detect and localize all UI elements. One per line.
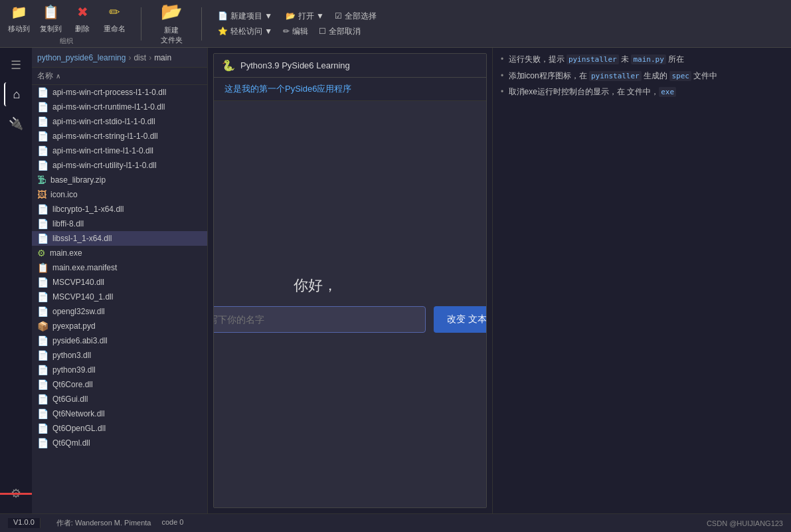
file-type-icon: 📋 (37, 262, 48, 273)
divider-1 (141, 7, 141, 41)
breadcrumb-sep-2: › (149, 53, 151, 62)
easy-access-icon: ⭐ (218, 27, 228, 36)
organize-label: 组织 (60, 37, 73, 46)
copy-button[interactable]: 📋 复制到 (37, 1, 64, 34)
sidebar-activity: ☰ ⌂ 🔌 ⚙ (0, 48, 32, 513)
file-name-label: main.exe (50, 248, 82, 258)
copy-icon: 📋 (40, 1, 61, 23)
file-item[interactable]: 📄python3.dll (32, 348, 207, 363)
file-list: 📄api-ms-win-crt-process-l1-1-0.dll📄api-m… (32, 85, 207, 513)
pyside-title-icon: 🐍 (222, 59, 235, 72)
code-spec: spec (669, 71, 691, 81)
file-item[interactable]: 📄libffi-8.dll (32, 217, 207, 231)
new-folder-group: 📂 新建文件夹 (155, 0, 188, 48)
file-item[interactable]: 📋main.exe.manifest (32, 260, 207, 275)
file-name-label: libssl-1_1-x64.dll (52, 234, 112, 243)
breadcrumb-sep-1: › (128, 53, 131, 62)
code-exe: exe (659, 87, 676, 97)
file-name-label: pyexpat.pyd (52, 321, 96, 331)
right-panel: • 运行失败，提示 pyinstaller 未 main.py 所在 • 添加i… (492, 48, 791, 513)
file-name-label: base_library.zip (50, 175, 106, 185)
file-operations-group: 📁 移动到 📋 复制到 ✖ 删除 ✏ 重命名 组织 (5, 1, 128, 46)
breadcrumb-dist[interactable]: dist (133, 53, 146, 62)
file-item[interactable]: 📄MSCVP140.dll (32, 275, 207, 290)
main-area: ☰ ⌂ 🔌 ⚙ python_pyside6_learning › dist ›… (0, 48, 791, 513)
pyside-body: 你好， 改变 文本 (214, 101, 486, 507)
file-type-icon: 📄 (37, 131, 48, 141)
file-item[interactable]: 📄libssl-1_1-x64.dll (32, 231, 207, 246)
file-type-icon: 📄 (37, 87, 48, 98)
file-item[interactable]: 📄api-ms-win-crt-utility-l1-1-0.dll (32, 158, 207, 173)
change-text-button[interactable]: 改变 文本 (434, 306, 487, 333)
sidebar-plugin-icon[interactable]: 🔌 (4, 112, 28, 135)
breadcrumb-current: main (154, 53, 171, 62)
file-type-icon: 📄 (37, 160, 48, 171)
file-type-icon: 📄 (37, 335, 48, 346)
pyside-titlebar: 🐍 Python3.9 PySide6 Learning (214, 54, 486, 78)
file-item[interactable]: 📄api-ms-win-crt-runtime-l1-1-0.dll (32, 100, 207, 114)
file-item[interactable]: 📄Qt6Core.dll (32, 377, 207, 392)
file-item[interactable]: ⚙main.exe (32, 246, 207, 260)
file-item[interactable]: 📄api-ms-win-crt-stdio-l1-1-0.dll (32, 114, 207, 129)
new-folder-icon: 📂 (158, 0, 185, 24)
open-button[interactable]: 📂 打开 ▼ (280, 10, 327, 23)
file-name-label: api-ms-win-crt-stdio-l1-1-0.dll (52, 117, 155, 126)
file-item[interactable]: 📄api-ms-win-crt-process-l1-1-0.dll (32, 85, 207, 100)
status-author: 作者: Wanderson M. Pimenta (56, 518, 151, 528)
file-item[interactable]: 📄Qt6Network.dll (32, 406, 207, 421)
file-type-icon: 📄 (37, 423, 48, 434)
file-item[interactable]: 📄MSCVP140_1.dll (32, 290, 207, 304)
new-item-button[interactable]: 📄 新建项目 ▼ (215, 10, 275, 23)
file-explorer: python_pyside6_learning › dist › main 名称… (32, 48, 208, 513)
file-name-label: libffi-8.dll (52, 219, 84, 228)
file-name-label: main.exe.manifest (52, 263, 117, 272)
name-input[interactable] (213, 306, 426, 333)
file-name-label: python3.dll (52, 351, 91, 360)
file-type-icon: 📄 (37, 292, 48, 302)
file-item[interactable]: 📄Qt6Qml.dll (32, 436, 207, 450)
file-name-label: pyside6.abi3.dll (52, 336, 108, 345)
file-type-icon: 📄 (37, 365, 48, 375)
file-name-label: MSCVP140_1.dll (52, 292, 113, 302)
move-icon: 📁 (8, 1, 29, 23)
file-type-icon: ⚙ (37, 248, 46, 258)
file-name-label: Qt6Core.dll (52, 380, 93, 389)
file-item[interactable]: 📄libcrypto-1_1-x64.dll (32, 202, 207, 217)
file-item[interactable]: 📄api-ms-win-crt-string-l1-1-0.dll (32, 129, 207, 143)
new-folder-button[interactable]: 📂 新建文件夹 (155, 0, 188, 45)
new-folder-label: 新建文件夹 (161, 25, 183, 45)
sidebar-menu-icon[interactable]: ☰ (4, 53, 28, 77)
note-3: • 取消exe运行时控制台的显示，在 文件中，exe (501, 86, 783, 98)
easy-access-button[interactable]: ⭐ 轻松访问 ▼ (215, 25, 275, 38)
file-type-icon: 📄 (37, 394, 48, 404)
file-type-icon: 📄 (37, 116, 48, 127)
delete-button[interactable]: ✖ 删除 (69, 1, 96, 34)
bullet-3: • (501, 87, 503, 96)
file-item[interactable]: 📄python39.dll (32, 363, 207, 377)
move-button[interactable]: 📁 移动到 (5, 1, 32, 34)
file-type-icon: 📄 (37, 306, 48, 317)
file-type-icon: 📄 (37, 350, 48, 361)
file-name-label: Qt6Qml.dll (52, 438, 90, 448)
file-item[interactable]: 📄Qt6OpenGL.dll (32, 421, 207, 436)
file-item[interactable]: 🖼icon.ico (32, 187, 207, 202)
file-name-label: opengl32sw.dll (52, 307, 105, 316)
file-item[interactable]: 📄pyside6.abi3.dll (32, 333, 207, 348)
file-item[interactable]: 📦pyexpat.pyd (32, 319, 207, 333)
file-type-icon: 📄 (37, 233, 48, 244)
file-item[interactable]: 📄api-ms-win-crt-time-l1-1-0.dll (32, 143, 207, 158)
edit-button[interactable]: ✏ 编辑 (280, 25, 311, 38)
rename-button[interactable]: ✏ 重命名 (101, 1, 128, 34)
column-name-label[interactable]: 名称 (37, 70, 53, 82)
file-type-icon: 📄 (37, 379, 48, 390)
edit-icon: ✏ (283, 27, 290, 36)
file-name-label: MSCVP140.dll (52, 278, 104, 287)
file-item[interactable]: 📄Qt6Gui.dll (32, 392, 207, 406)
pyside-title-text: Python3.9 PySide6 Learning (240, 60, 350, 70)
file-type-icon: 📄 (37, 277, 48, 288)
select-all-button[interactable]: ☑ 全部选择 (332, 10, 379, 23)
file-item[interactable]: 📄opengl32sw.dll (32, 304, 207, 319)
deselect-all-button[interactable]: ☐ 全部取消 (316, 25, 363, 38)
sidebar-home-icon[interactable]: ⌂ (4, 82, 28, 106)
file-item[interactable]: 🗜base_library.zip (32, 173, 207, 187)
